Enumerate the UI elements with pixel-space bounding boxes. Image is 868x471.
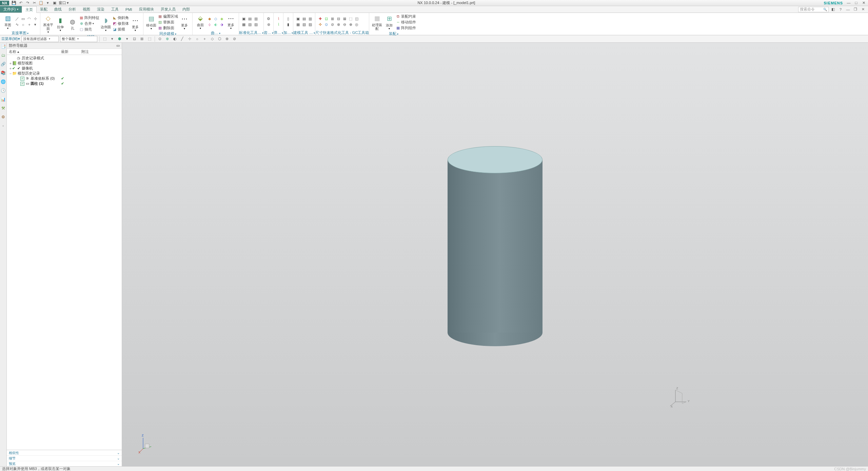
mt-4-icon[interactable]: ▦ <box>295 22 301 27</box>
surf-1-icon[interactable]: ◆ <box>207 16 212 22</box>
model-cylinder[interactable] <box>448 146 542 346</box>
edge-blend-button[interactable]: ◗边倒圆▾ <box>100 16 112 32</box>
minimize-icon[interactable]: — <box>846 1 851 5</box>
std-2-icon[interactable]: ▤ <box>247 16 253 21</box>
help-options-icon[interactable]: ◧ <box>830 6 836 13</box>
snap-4-icon[interactable]: ╱ <box>179 36 185 42</box>
circle-icon[interactable]: ○ <box>20 22 26 27</box>
tab-assembly[interactable]: 装配 <box>37 6 51 13</box>
snap-6-icon[interactable]: ○ <box>194 36 200 42</box>
unite-button[interactable]: ⊕合并▾ <box>79 21 99 26</box>
add-1-icon[interactable]: ▯ <box>285 16 291 21</box>
mt-3-icon[interactable]: ▥ <box>308 16 313 21</box>
tab-developer[interactable]: 开发人员 <box>157 6 179 13</box>
gc-6-icon[interactable]: ⬚ <box>348 16 353 21</box>
line-icon[interactable]: ／ <box>14 16 20 22</box>
rail-web-icon[interactable]: 🌐 <box>1 79 6 85</box>
snap-3-icon[interactable]: ◐ <box>172 36 178 42</box>
window-app-icon[interactable]: ▣ <box>52 0 57 6</box>
snap-9-icon[interactable]: ⬡ <box>217 36 223 42</box>
expand-icon[interactable]: + <box>9 66 12 71</box>
spline-icon[interactable]: ∿ <box>14 22 20 27</box>
snap-10-icon[interactable]: ⊗ <box>224 36 230 42</box>
gc-3-icon[interactable]: ⊞ <box>330 16 335 21</box>
tree-row[interactable]: ◷历史记录模式 <box>7 56 122 61</box>
mt-6-icon[interactable]: ▨ <box>308 22 313 27</box>
gear-2-icon[interactable]: ⊛ <box>266 22 271 27</box>
help-icon[interactable]: ? <box>837 6 844 13</box>
sketch-button[interactable]: ▧草图▾ <box>2 14 14 30</box>
extrude-button[interactable]: ▮拉伸▾ <box>55 16 66 32</box>
surface-button[interactable]: ⬙曲面▾ <box>195 14 206 30</box>
tree-row[interactable]: −📁模型历史记录 <box>7 71 122 76</box>
snap-5-icon[interactable]: ⊹ <box>187 36 193 42</box>
sel-5-icon[interactable]: ⊡ <box>132 36 138 42</box>
move-face-button[interactable]: ▤移动面▾ <box>145 14 157 30</box>
copy-icon[interactable]: 📋 <box>38 0 44 6</box>
doc-minimize-icon[interactable]: — <box>845 6 851 13</box>
check-icon[interactable]: ✓ <box>20 82 24 86</box>
sel-7-icon[interactable]: ⬚ <box>146 36 153 42</box>
rail-system-icon[interactable]: ⚒ <box>1 106 6 111</box>
std-4-icon[interactable]: ▦ <box>241 22 246 27</box>
command-search[interactable]: 搜索命令 <box>798 7 829 12</box>
redo-icon[interactable]: ↷ <box>25 0 30 6</box>
gc-14-icon[interactable]: ◎ <box>354 22 359 27</box>
snap-7-icon[interactable]: ＋ <box>202 36 208 42</box>
tab-application[interactable]: 应用模块 <box>136 6 157 13</box>
datum-plane-button[interactable]: ◇基准平面▾ <box>42 14 54 34</box>
shell-button[interactable]: ▢抽壳 <box>79 27 99 32</box>
spring-2-icon[interactable]: ⌇ <box>276 22 281 27</box>
sel-3-icon[interactable]: ⬢ <box>117 36 123 42</box>
qat-more-icon[interactable]: ▾ <box>45 0 51 6</box>
doc-restore-icon[interactable]: ❐ <box>852 6 859 13</box>
rail-reuse-icon[interactable]: 📚 <box>1 71 6 76</box>
footer-detail[interactable]: 细节 <box>7 455 122 461</box>
replace-face-button[interactable]: ▨替换面 <box>158 19 178 25</box>
tab-curve[interactable]: 曲线 <box>51 6 65 13</box>
assembly-constraint-button[interactable]: ⧉装配约束 <box>396 14 416 19</box>
plus-icon[interactable]: ＋ <box>26 22 32 27</box>
undo-icon[interactable]: ↶ <box>18 0 23 6</box>
spring-1-icon[interactable]: ⌇ <box>276 16 281 21</box>
expand-icon[interactable]: + <box>9 61 12 65</box>
rail-extra-icon[interactable]: ▫ <box>1 123 6 129</box>
gc-2-icon[interactable]: ⊡ <box>323 16 329 21</box>
mt-2-icon[interactable]: ▤ <box>301 16 307 21</box>
gc-7-icon[interactable]: ◫ <box>354 16 359 21</box>
rect-icon[interactable]: ▭ <box>20 16 26 22</box>
gc-10-icon[interactable]: ⊘ <box>330 22 335 27</box>
offset-region-button[interactable]: ▦偏置区域 <box>158 14 178 19</box>
trim-body-button[interactable]: ◩修剪体 <box>112 21 129 26</box>
add-2-icon[interactable]: ▮ <box>285 22 291 27</box>
gc-11-icon[interactable]: ⊗ <box>336 22 341 27</box>
rail-constraint-icon[interactable]: 🔗 <box>1 62 6 67</box>
footer-dependency[interactable]: 相依性 <box>7 450 122 455</box>
arc-icon[interactable]: ◠ <box>26 16 32 22</box>
rail-navigator-icon[interactable]: 📑 <box>1 44 6 50</box>
tab-analysis[interactable]: 分析 <box>65 6 79 13</box>
tab-pmi[interactable]: PMI <box>122 6 136 13</box>
std-5-icon[interactable]: ▧ <box>247 22 253 27</box>
rail-process-icon[interactable]: ⚙ <box>1 115 6 120</box>
surf-5-icon[interactable]: ⬖ <box>213 22 218 27</box>
surf-4-icon[interactable]: ◊ <box>207 22 212 27</box>
doc-close-icon[interactable]: ✕ <box>860 6 866 13</box>
surface-more-button[interactable]: ⋯更多▾ <box>225 14 237 30</box>
mt-5-icon[interactable]: ▧ <box>301 22 307 27</box>
selection-filter-combo[interactable]: 没有选择过滤器 <box>21 36 59 42</box>
feature-more-button[interactable]: ⋯更多▾ <box>130 16 141 32</box>
footer-preview[interactable]: 预览 <box>7 461 122 466</box>
draft-button[interactable]: ◪拔模 <box>112 27 129 32</box>
save-icon[interactable]: 💾 <box>11 0 17 6</box>
check-icon[interactable]: ✓ <box>20 77 24 81</box>
surf-2-icon[interactable]: ◇ <box>213 16 218 22</box>
col-notes[interactable]: 附注 <box>81 49 122 54</box>
view-triad-icon[interactable] <box>139 436 153 453</box>
tree-row[interactable]: ✓▭圆柱 (1)✔ <box>7 81 122 86</box>
std-6-icon[interactable]: ▨ <box>253 22 259 27</box>
selection-scope-combo[interactable]: 整个装配 <box>60 36 97 42</box>
window-menu[interactable]: 窗口▾ <box>59 0 69 6</box>
gc-5-icon[interactable]: ⊠ <box>342 16 347 21</box>
navigator-tree[interactable]: ◷历史记录模式+📗模型视图+✔✔摄像机−📁模型历史记录✓⚞基准坐标系 (0)✔✓… <box>7 55 122 450</box>
